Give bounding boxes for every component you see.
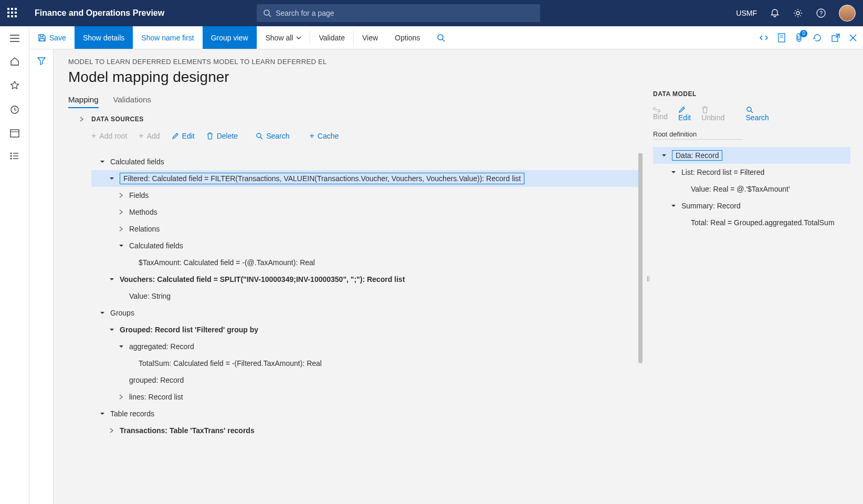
tree-node[interactable]: $TaxAmount: Calculated field = -(@.TaxAm… — [91, 254, 638, 271]
cache-button[interactable]: +Cache — [310, 131, 339, 141]
data-model-header: DATA MODEL — [653, 90, 850, 98]
view-button[interactable]: View — [354, 26, 386, 49]
show-details-button[interactable]: Show details — [75, 26, 133, 49]
svg-point-0 — [264, 10, 269, 15]
tree-node[interactable]: Vouchers: Calculated field = SPLIT("INV-… — [91, 271, 638, 288]
save-icon — [38, 34, 46, 42]
tree-node[interactable]: Calculated fields — [91, 153, 638, 170]
tree-node[interactable]: Grouped: Record list 'Filtered' group by — [91, 321, 638, 338]
svg-text:?: ? — [819, 10, 823, 16]
bind-button[interactable]: Bind — [653, 107, 668, 121]
tree-node[interactable]: Value: Real = @.'$TaxAmount' — [653, 181, 850, 197]
scrollbar[interactable] — [638, 153, 643, 363]
menu-icon[interactable] — [10, 35, 19, 42]
tree-node[interactable]: Total: Real = Grouped.aggregated.TotalSu… — [653, 214, 850, 231]
svg-point-2 — [796, 12, 799, 15]
tab-mapping[interactable]: Mapping — [68, 95, 99, 108]
unbind-button[interactable]: Unbind — [701, 106, 724, 122]
svg-point-25 — [257, 133, 261, 138]
show-name-first-button[interactable]: Show name first — [133, 26, 202, 49]
resize-handle[interactable]: || — [647, 49, 653, 504]
search-icon — [746, 106, 753, 113]
tree-node[interactable]: Calculated fields — [91, 237, 638, 254]
global-search[interactable] — [257, 4, 540, 22]
help-icon[interactable]: ? — [816, 8, 826, 18]
app-title: Finance and Operations Preview — [35, 8, 164, 18]
tab-validations[interactable]: Validations — [113, 95, 151, 108]
embed-icon[interactable] — [759, 34, 769, 41]
filter-icon[interactable] — [37, 57, 46, 504]
refresh-icon[interactable] — [813, 33, 822, 43]
show-all-button[interactable]: Show all — [257, 26, 310, 49]
tree-node[interactable]: aggregated: Record — [91, 338, 638, 355]
data-model-tree[interactable]: Data: Record List: Record list = Filtere… — [653, 147, 850, 231]
options-button[interactable]: Options — [386, 26, 428, 49]
star-icon[interactable] — [10, 81, 19, 90]
page-icon[interactable] — [778, 33, 785, 43]
svg-line-26 — [260, 137, 262, 139]
clock-icon[interactable] — [10, 105, 19, 114]
search-input[interactable] — [276, 9, 534, 17]
search-icon — [263, 9, 271, 17]
trash-icon — [206, 132, 214, 140]
svg-line-1 — [269, 15, 271, 17]
avatar[interactable] — [839, 5, 856, 22]
tree-node[interactable]: Summary: Record — [653, 197, 850, 214]
dm-edit-button[interactable]: Edit — [678, 106, 691, 122]
expand-icon[interactable] — [80, 117, 84, 504]
tree-node[interactable]: List: Record list = Filtered — [653, 164, 850, 181]
data-sources-header: DATA SOURCES — [91, 116, 643, 123]
app-launcher-icon[interactable] — [7, 8, 18, 18]
svg-line-28 — [751, 111, 753, 113]
tree-node[interactable]: lines: Record list — [91, 388, 638, 405]
attach-icon[interactable]: 0 — [795, 33, 803, 43]
tree-node[interactable]: grouped: Record — [91, 372, 638, 388]
tree-node[interactable]: Value: String — [91, 288, 638, 304]
tree-node[interactable]: Groups — [91, 304, 638, 321]
tree-node[interactable]: Transactions: Table 'TaxTrans' records — [91, 422, 638, 439]
search-icon — [256, 132, 263, 140]
attach-badge: 0 — [800, 30, 807, 37]
chevron-down-icon — [296, 36, 301, 39]
breadcrumb: MODEL TO LEARN DEFERRED ELEMENTS MODEL T… — [68, 58, 643, 66]
trash-icon — [701, 106, 709, 113]
pencil-icon — [678, 106, 686, 113]
add-button[interactable]: +Add — [139, 131, 160, 141]
gear-icon[interactable] — [793, 8, 803, 18]
svg-point-13 — [10, 155, 12, 157]
svg-rect-19 — [778, 34, 785, 42]
svg-point-17 — [438, 35, 443, 40]
tree-node-selected[interactable]: Data: Record — [653, 147, 850, 164]
save-button[interactable]: Save — [29, 26, 75, 49]
add-root-button[interactable]: +Add root — [91, 131, 127, 141]
module-icon[interactable] — [10, 129, 19, 138]
root-definition-label[interactable]: Root definition — [653, 130, 742, 140]
tree-node[interactable]: Methods — [91, 204, 638, 220]
bell-icon[interactable] — [770, 8, 780, 18]
search-icon — [437, 34, 445, 42]
tree-node[interactable]: Relations — [91, 220, 638, 237]
svg-rect-9 — [10, 130, 19, 137]
page-title: Model mapping designer — [68, 69, 643, 86]
tree-node[interactable]: Table records — [91, 405, 638, 422]
tree-node-selected[interactable]: Filtered: Calculated field = FILTER(Tran… — [91, 170, 638, 187]
svg-line-18 — [443, 39, 445, 41]
svg-point-11 — [10, 153, 12, 154]
popout-icon[interactable] — [832, 34, 840, 42]
svg-point-27 — [747, 107, 751, 111]
tree-node[interactable]: TotalSum: Calculated field = -(Filtered.… — [91, 355, 638, 372]
home-icon[interactable] — [10, 57, 19, 66]
tree-node[interactable]: Fields — [91, 187, 638, 204]
group-view-button[interactable]: Group view — [203, 26, 257, 49]
list-icon[interactable] — [10, 152, 19, 160]
company-label[interactable]: USMF — [736, 9, 757, 17]
close-icon[interactable] — [849, 34, 857, 41]
edit-button[interactable]: Edit — [172, 132, 195, 140]
find-button[interactable] — [428, 26, 454, 49]
validate-button[interactable]: Validate — [310, 26, 353, 49]
delete-button[interactable]: Delete — [206, 132, 238, 140]
data-source-tree[interactable]: Calculated fields Filtered: Calculated f… — [91, 153, 643, 504]
search-button[interactable]: Search — [256, 132, 289, 140]
dm-search-button[interactable]: Search — [746, 106, 769, 122]
link-icon — [653, 107, 660, 112]
